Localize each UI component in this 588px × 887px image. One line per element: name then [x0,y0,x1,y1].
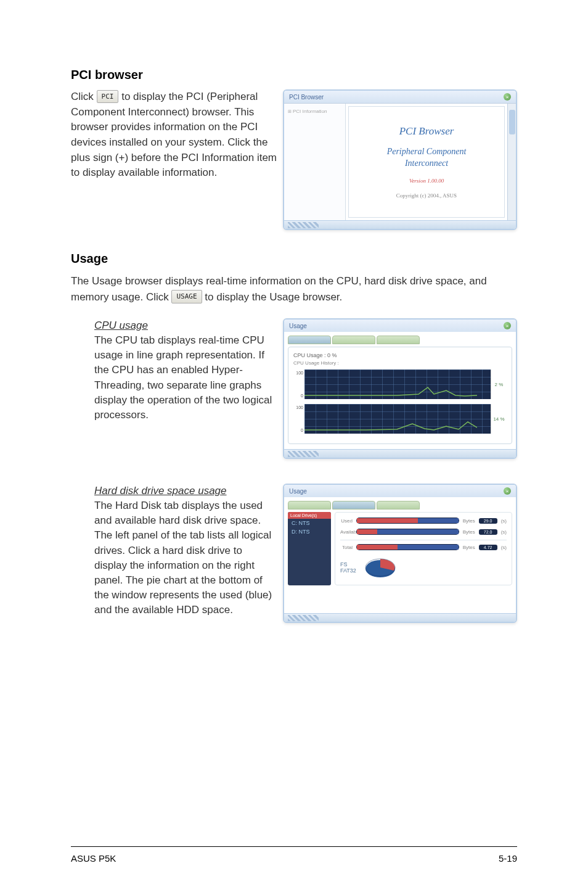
pci-main-title: PCI Browser [399,125,454,138]
tab-hdd[interactable] [332,501,375,510]
fs-label: FS [340,561,348,567]
usage-icon-button[interactable]: USAGE [171,290,202,303]
pci-copyright: Copyright (c) 2004., ASUS [396,192,457,199]
hdd-window-titlebar: Usage × [284,485,516,497]
cpu-grid-1 [304,369,491,399]
cpu-grid-2 [304,404,491,434]
tick-100: 100 [295,371,303,375]
pci-body-post: to display the PCI (Peripheral Component… [71,91,277,178]
cpu-pct-1: 2 % [491,369,507,399]
tab-memory[interactable] [377,336,420,344]
pci-window-titlebar: PCI Browser × [284,91,516,103]
pci-icon-button[interactable]: PCI [97,90,119,103]
used-bar [356,518,459,524]
subsection-cpu: CPU usage The CPU tab displays real-time… [71,318,517,459]
cpu-window-title: Usage [289,323,307,329]
hdd-inner-panel: Local Drive(s) C: NTS D: NTS Used Bytes … [288,512,512,585]
pci-text: Click PCI to display the PCI (Peripheral… [71,89,283,181]
close-icon[interactable]: × [504,322,511,329]
hdd-used-row: Used Bytes 29.0 (s) [340,518,507,524]
tab-memory[interactable] [377,501,420,510]
avail-pct: 72.0 [479,529,497,535]
total-unit: Bytes [463,545,475,550]
hdd-window-image: Usage × Local Drive(s) C: NTS D: NTS [283,484,517,623]
resize-grip-icon[interactable] [288,615,319,621]
used-pct: 29.0 [479,518,497,524]
resize-grip-icon[interactable] [288,222,319,228]
cpu-history-label: CPU Usage History : [293,360,507,366]
cpu-yaxis-2: 100 0 [293,404,304,434]
used-unit: Bytes [463,518,475,524]
total-suffix: (s) [501,545,507,550]
cpu-usage-label: CPU Usage : 0 % [293,352,507,358]
tab-hdd[interactable] [332,336,375,344]
cpu-body: The CPU tab displays real-time CPU usage… [94,334,272,421]
tick-100-b: 100 [295,405,303,410]
pci-window-title: PCI Browser [289,94,324,101]
hdd-body: The Hard Disk tab displays the used and … [94,500,272,616]
subsection-hdd: Hard disk drive space usage The Hard Dis… [71,484,517,623]
hdd-avail-row: Available Bytes 72.0 (s) [340,529,507,535]
resize-grip-icon[interactable] [288,451,319,457]
hdd-list-header: Local Drive(s) [288,512,331,519]
page-footer: ASUS P5K 5-19 [71,846,517,864]
usage-intro-post: to display the Usage browser. [205,291,342,303]
pci-window-image: PCI Browser × ⊞ PCI Information PCI Brow… [283,89,517,230]
used-label: Used [340,518,353,524]
heading-pci: PCI browser [71,68,517,82]
close-icon[interactable]: × [504,487,511,495]
avail-bar [356,529,459,535]
heading-usage: Usage [71,252,517,266]
avail-unit: Bytes [463,529,475,535]
fs-info: FS FAT32 [340,561,356,574]
hdd-pie-row: FS FAT32 [340,555,507,580]
cpu-window-titlebar: Usage × [284,320,516,332]
tab-cpu[interactable] [288,501,331,510]
divider [340,540,507,540]
fs-value: FAT32 [340,567,356,574]
pci-version: Version 1.00.00 [409,178,444,184]
footer-right: 5-19 [499,853,517,864]
cpu-tabs [288,336,512,344]
cpu-window: Usage × CPU Usage : 0 % CPU Usage Histor… [283,318,517,459]
usage-intro: The Usage browser displays real-time inf… [71,273,517,305]
cpu-heading: CPU usage [94,320,148,331]
hdd-tabs [288,501,512,510]
pci-main-subtitle: Peripheral ComponentInterconnect [387,146,467,168]
pci-window-body: ⊞ PCI Information PCI Browser Peripheral… [284,103,516,220]
section-pci: Click PCI to display the PCI (Peripheral… [71,89,517,230]
hdd-heading: Hard disk drive space usage [94,485,227,497]
cpu-window-image: Usage × CPU Usage : 0 % CPU Usage Histor… [283,318,517,459]
pci-body-pre: Click [71,91,97,102]
pci-main-panel: PCI Browser Peripheral ComponentIntercon… [348,106,505,218]
hdd-window-body: Local Drive(s) C: NTS D: NTS Used Bytes … [284,497,516,613]
hdd-total-row: Total Bytes 4.72 (s) [340,544,507,550]
scrollbar[interactable] [507,104,516,220]
hdd-window-title: Usage [289,488,307,495]
cpu-inner-panel: CPU Usage : 0 % CPU Usage History : 100 … [288,347,512,444]
window-footer [284,613,516,622]
window-footer [284,220,516,229]
total-bar [356,544,459,550]
close-icon[interactable]: × [504,93,511,101]
hdd-drive-list: Local Drive(s) C: NTS D: NTS [288,512,331,585]
cpu-pct-2: 14 % [491,404,507,434]
total-label: Total [340,545,353,550]
tick-0: 0 [295,394,303,398]
pci-tree-sidebar[interactable]: ⊞ PCI Information [284,104,346,220]
window-footer [284,449,516,458]
pie-chart-icon [364,555,398,580]
drive-c[interactable]: C: NTS [288,519,331,527]
pci-window: PCI Browser × ⊞ PCI Information PCI Brow… [283,89,517,230]
total-pct: 4.72 [479,545,497,550]
hdd-text: Hard disk drive space usage The Hard Dis… [71,484,283,617]
cpu-text: CPU usage The CPU tab displays real-time… [71,318,283,423]
pci-tree-item[interactable]: PCI Information [293,109,327,114]
drive-d[interactable]: D: NTS [288,527,331,536]
cpu-graph-1: 100 0 2 % [293,369,507,399]
used-suffix: (s) [501,518,507,524]
tick-0-b: 0 [295,428,303,432]
avail-label: Available [340,529,353,535]
cpu-window-body: CPU Usage : 0 % CPU Usage History : 100 … [284,332,516,449]
tab-cpu[interactable] [288,336,331,344]
